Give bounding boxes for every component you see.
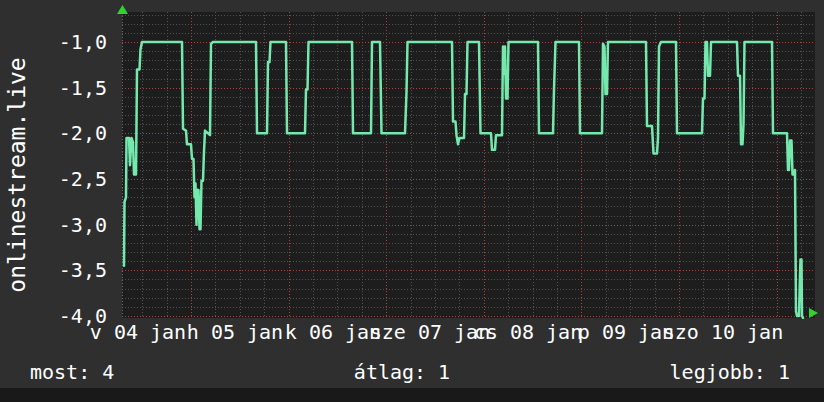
bottom-bar (0, 388, 824, 402)
x-tick-label: p 09 jan (578, 321, 674, 343)
rrd-graph: onlinestream.live -1,0-1,5-2,0-2,5-3,0-3… (0, 0, 824, 402)
stat-now: most: 4 (30, 361, 114, 383)
x-axis-arrow-icon (809, 308, 818, 318)
x-tick-label: v 04 jan (90, 321, 186, 343)
stat-average: átlag: 1 (354, 361, 450, 383)
y-tick-label: -2,0 (0, 122, 107, 144)
x-tick-label: cs 08 jan (474, 321, 582, 343)
y-tick-label: -1,0 (0, 31, 107, 53)
y-tick-label: -1,5 (0, 77, 107, 99)
y-tick-label: -3,5 (0, 259, 107, 281)
x-tick-label: h 05 jan (187, 321, 283, 343)
y-tick-label: -2,5 (0, 168, 107, 190)
x-tick-label: k 06 jan (285, 321, 381, 343)
stat-best: legjobb: 1 (670, 361, 790, 383)
y-tick-label: -3,0 (0, 214, 107, 236)
x-tick-label: sze 07 jan (370, 321, 490, 343)
x-tick-label: szo 10 jan (663, 321, 783, 343)
y-axis-arrow-icon (117, 5, 128, 14)
